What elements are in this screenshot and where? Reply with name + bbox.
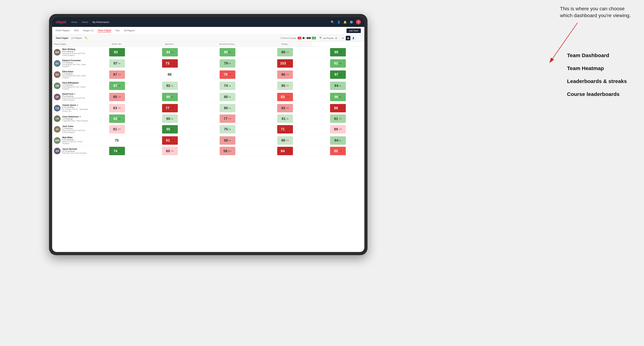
score-box: 94 1▲ [330, 82, 346, 90]
player-info: Elliot Ebert 1-5 Handicap Sunningdale Go… [62, 70, 89, 79]
score-value: 83 [113, 106, 117, 110]
player-avatar: CQ [54, 105, 60, 112]
view-person-button[interactable]: 👤 [351, 36, 356, 40]
add-team-button[interactable]: Add Team [346, 28, 361, 33]
score-box: 88 [162, 70, 178, 79]
notifications-icon[interactable]: 🔔 [343, 20, 347, 24]
score-change: -3▼ [118, 128, 121, 130]
score-cell-approach: 85 8▲ [196, 47, 259, 58]
table-row[interactable]: EC Edward Crossman 1-5 Handicap Sunningd… [52, 58, 364, 69]
score-box: 83 -3▼ [109, 104, 125, 112]
table-row[interactable]: DF David Ford ✓ Plus Handicap Royal Nort… [52, 91, 364, 103]
score-cell-putting: 94 3▲ [312, 135, 364, 146]
score-value: 75 [224, 72, 228, 77]
score-cell-player-quality: 75 [91, 135, 144, 146]
table-row[interactable]: JC Josh Coles 1-5 Handicap Royal North D… [52, 124, 364, 135]
score-cell-off-tee: 89 7▲ [144, 91, 196, 103]
search-icon[interactable]: 🔍 [331, 20, 334, 24]
view-heatmap-button[interactable]: ▦ [346, 36, 350, 40]
table-row[interactable]: MM Matt Miller 6-10 Handicap Woburn Golf… [52, 135, 364, 146]
player-handicap: Plus Handicap [62, 95, 89, 97]
score-change: -3▼ [228, 118, 231, 120]
score-box: 77 -3▼ [220, 114, 235, 123]
score-cell-player-quality: 74 8▲ [91, 146, 144, 156]
score-box: 86 -6▼ [277, 70, 293, 79]
table-header-row: Player Quality ↓ Off the Tee ↓ Approach … [52, 42, 364, 47]
score-change: -11▼ [285, 128, 290, 130]
score-box: 79 9▲ [220, 59, 235, 68]
score-change: -3▼ [338, 62, 342, 64]
score-box: 71 -11▼ [277, 125, 293, 134]
table-row[interactable]: CR Chris Robertson ✓ 1-5 Handicap Craigm… [52, 114, 364, 124]
table-row[interactable]: BM Blair McHarg Plus Handicap Royal Nort… [52, 47, 364, 58]
tablet-screen: clippd Home Teams My Performance 🔍 👤 🔔 ⚙… [52, 17, 364, 252]
score-value: 85 [334, 149, 338, 153]
player-club: St. George's Hill GC - Weybridge, Surrey… [62, 108, 89, 112]
nav-home[interactable]: Home [71, 21, 77, 23]
score-box: 82 3▲ [109, 114, 125, 123]
score-cell-off-tee: 61 -3▼ [144, 135, 196, 146]
player-handicap: 6-10 Handicap [62, 106, 89, 108]
score-cell-off-tee: 88 [144, 69, 196, 80]
score-value: 96 [334, 95, 338, 99]
score-cell-off-tee: 82 4▲ [144, 80, 196, 91]
score-cell-approach: 58 4▲ [196, 135, 259, 146]
score-change: 8▲ [228, 51, 231, 53]
score-change: 2▲ [170, 118, 173, 120]
table-row[interactable]: DB Dave Billingham 1-5 Handicap Gog Mago… [52, 80, 364, 91]
settings-icon[interactable]: ⚙️ [350, 20, 353, 24]
score-cell-off-tee: 60 2▲ [144, 114, 196, 124]
score-value: 94 [334, 84, 338, 88]
user-avatar[interactable]: U [356, 19, 361, 24]
score-cell-putting: 96 3▲ [312, 91, 364, 103]
score-box: 74 8▲ [109, 147, 125, 155]
table-container: Player Quality ↓ Off the Tee ↓ Approach … [52, 42, 364, 252]
player-cell: DB Dave Billingham 1-5 Handicap Gog Mago… [52, 80, 91, 91]
score-value: 58 [224, 149, 227, 153]
player-handicap: 6-10 Handicap [62, 139, 89, 141]
score-value: 77 [166, 106, 170, 110]
player-table: Player Quality ↓ Off the Tee ↓ Approach … [52, 42, 364, 156]
score-box: 97 5▲ [330, 70, 346, 79]
sub-nav-tour[interactable]: Tour [115, 29, 120, 32]
score-change: -21▼ [285, 150, 290, 152]
round-change-label: 20 Round Change [280, 37, 296, 39]
last-rounds-button[interactable]: 📅 Last Rounds: 20 [317, 36, 339, 40]
table-row[interactable]: CQ Charlie Quick ✓ 6-10 Handicap St. Geo… [52, 103, 364, 114]
nav-my-performance[interactable]: My Performance [92, 21, 109, 23]
sub-nav-all-players[interactable]: All Players [124, 29, 134, 32]
sub-nav-pga[interactable]: PGA [74, 29, 79, 32]
score-change: -6▼ [286, 74, 289, 75]
sub-nav-pgat[interactable]: PGAT Players [56, 29, 70, 32]
score-change: -3▼ [286, 85, 289, 87]
score-change: 7▲ [170, 96, 173, 98]
score-box: 60 2▲ [162, 114, 178, 123]
player-handicap: 11-15 Handicap [62, 150, 87, 152]
view-grid-button[interactable]: ⊞ [340, 36, 345, 40]
score-cell-around-green: 88 -1▼ [259, 47, 312, 58]
person-icon[interactable]: 👤 [337, 20, 340, 24]
score-change: -3▼ [118, 96, 121, 98]
score-box: 60 -1▼ [162, 147, 178, 155]
view-download-button[interactable]: ↓ [356, 36, 361, 40]
player-cell: DF David Ford ✓ Plus Handicap Royal Nort… [52, 91, 91, 102]
score-change: 4▲ [228, 140, 231, 141]
sub-nav-team-clippd[interactable]: Team Clippd [98, 29, 111, 32]
player-name: Edward Crossman [62, 59, 89, 62]
nav-teams[interactable]: Teams [82, 21, 88, 23]
score-change: 1▲ [228, 107, 231, 109]
score-cell-off-tee: 73 -11▼ [144, 58, 196, 69]
score-change: 9▲ [339, 51, 342, 53]
table-row[interactable]: AN Aaron Nicholls 11-15 Handicap Drift G… [52, 146, 364, 156]
sub-nav-hcaps[interactable]: Hcaps 1-5 [83, 29, 94, 32]
score-change: 3▲ [228, 96, 231, 98]
player-handicap: 1-5 Handicap [62, 118, 88, 120]
logo: clippd [56, 20, 66, 24]
score-box: 80 3▲ [220, 93, 235, 101]
score-box: 94 3▲ [330, 136, 346, 145]
player-info: Charlie Quick ✓ 6-10 Handicap St. George… [62, 104, 89, 112]
team-player-count: | 14 Players [71, 37, 82, 39]
badge-divider: ⬛⬜⬛⬛ [302, 37, 311, 39]
table-row[interactable]: EE Elliot Ebert 1-5 Handicap Sunningdale… [52, 69, 364, 80]
edit-icon[interactable]: ✏️ [85, 37, 88, 39]
